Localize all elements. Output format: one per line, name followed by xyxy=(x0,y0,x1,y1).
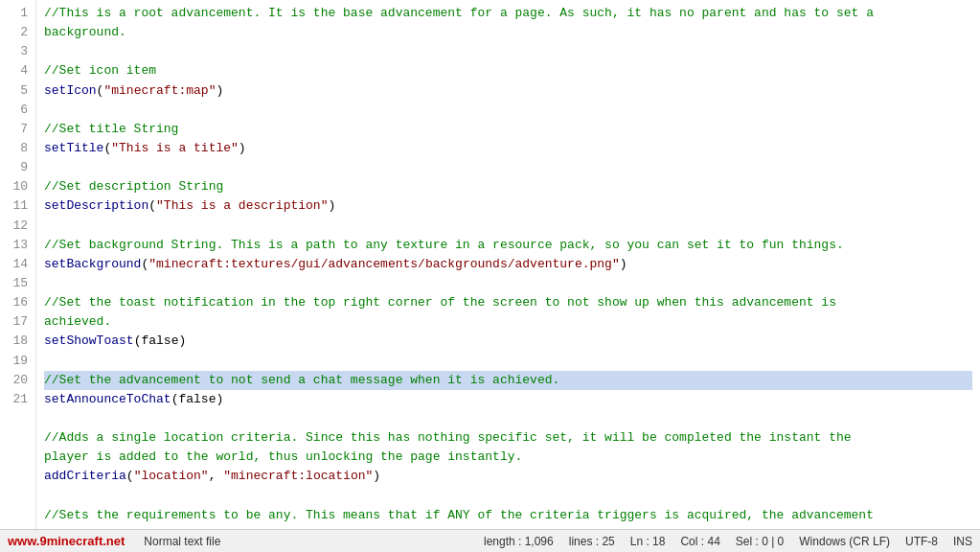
line-number: 3 xyxy=(8,42,28,61)
code-line: achieved. xyxy=(44,312,972,332)
code-line xyxy=(44,274,972,293)
code-line: setDescription("This is a description") xyxy=(44,196,972,216)
code-line: //Set the toast notification in the top … xyxy=(44,293,972,312)
code-line: setBackground("minecraft:textures/gui/ad… xyxy=(44,255,972,274)
status-bar: www.9minecraft.net Normal text file leng… xyxy=(0,529,980,552)
code-line: //Sets the requirements to be any. This … xyxy=(44,506,972,525)
code-line: //Set background String. This is a path … xyxy=(44,236,972,255)
code-line: player is added to the world, thus unloc… xyxy=(44,448,972,467)
line-number: 21 xyxy=(8,390,28,409)
col-label: Col : 44 xyxy=(680,535,719,548)
line-number: 15 xyxy=(8,274,28,293)
line-number: 17 xyxy=(8,312,28,332)
encoding-label: UTF-8 xyxy=(905,535,938,548)
code-line xyxy=(44,352,972,371)
code-line: //This is a root advancement. It is the … xyxy=(44,4,972,23)
code-line: //Adds a single location criteria. Since… xyxy=(44,428,972,448)
status-right: length : 1,096 lines : 25 Ln : 18 Col : … xyxy=(484,535,972,548)
ln-label: Ln : 18 xyxy=(630,535,666,548)
line-number: 12 xyxy=(8,217,28,236)
code-line: background. xyxy=(44,23,972,42)
line-numbers: 123456789101112131415161718192021 xyxy=(0,0,36,529)
line-number: 10 xyxy=(8,177,28,196)
editor-container: 123456789101112131415161718192021 //This… xyxy=(0,0,980,552)
code-line xyxy=(44,487,972,506)
code-line xyxy=(44,217,972,236)
code-line: setShowToast(false) xyxy=(44,332,972,351)
line-number: 18 xyxy=(8,332,28,351)
code-line xyxy=(44,42,972,61)
line-number: 14 xyxy=(8,255,28,274)
line-number: 7 xyxy=(8,120,28,139)
code-line: //Set icon item xyxy=(44,61,972,80)
brand-label: www.9minecraft.net xyxy=(8,534,125,548)
length-label: length : 1,096 xyxy=(484,535,554,548)
file-type-label: Normal text file xyxy=(144,535,220,548)
code-line: setAnnounceToChat(false) xyxy=(44,390,972,409)
code-line: //Set description String xyxy=(44,177,972,196)
line-number: 6 xyxy=(8,101,28,120)
code-line xyxy=(44,158,972,177)
code-line: addCriteria("location", "minecraft:locat… xyxy=(44,467,972,486)
code-line xyxy=(44,409,972,428)
line-number: 1 xyxy=(8,4,28,23)
status-left: www.9minecraft.net Normal text file xyxy=(8,534,220,548)
line-number: 13 xyxy=(8,236,28,255)
line-number: 4 xyxy=(8,61,28,80)
eol-label: Windows (CR LF) xyxy=(799,535,890,548)
line-number: 16 xyxy=(8,293,28,312)
code-line xyxy=(44,101,972,120)
line-number: 8 xyxy=(8,139,28,158)
code-line: //Set title String xyxy=(44,120,972,139)
line-number: 5 xyxy=(8,81,28,101)
line-number: 11 xyxy=(8,196,28,216)
lines-label: lines : 25 xyxy=(569,535,615,548)
code-line: setTitle("This is a title") xyxy=(44,139,972,158)
code-line: setIcon("minecraft:map") xyxy=(44,81,972,101)
line-number: 20 xyxy=(8,371,28,390)
line-number: 2 xyxy=(8,23,28,42)
code-line: //Set the advancement to not send a chat… xyxy=(44,371,972,390)
code-area: 123456789101112131415161718192021 //This… xyxy=(0,0,980,529)
line-number: 9 xyxy=(8,158,28,177)
mode-label: INS xyxy=(953,535,972,548)
sel-label: Sel : 0 | 0 xyxy=(736,535,784,548)
line-number: 19 xyxy=(8,352,28,371)
code-content[interactable]: //This is a root advancement. It is the … xyxy=(36,0,980,529)
